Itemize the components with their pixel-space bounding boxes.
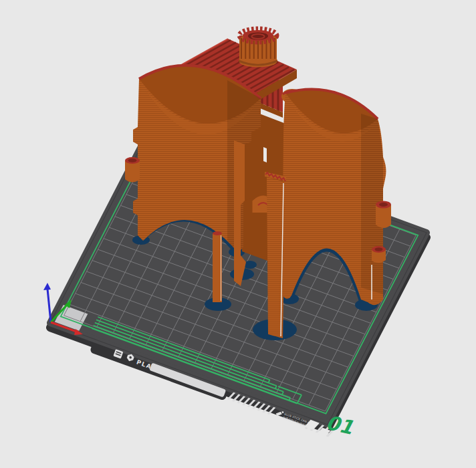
left-tab-hole xyxy=(128,158,137,162)
column-a-face xyxy=(245,142,251,201)
gap-slit xyxy=(263,147,267,162)
support-pillar-cap xyxy=(213,231,222,235)
support-pillar[interactable] xyxy=(213,234,222,302)
z-axis-head xyxy=(43,283,51,290)
support-wall-texture xyxy=(267,177,285,338)
right-tab-a-hole xyxy=(379,203,388,207)
z-axis-arrow xyxy=(47,289,51,322)
right-tab-b-hole xyxy=(375,247,383,251)
slicer-3d-viewport[interactable]: PLA GLUE STICK CAN HELP 如果打印不粘请涂胶棒 01 xyxy=(0,0,476,468)
